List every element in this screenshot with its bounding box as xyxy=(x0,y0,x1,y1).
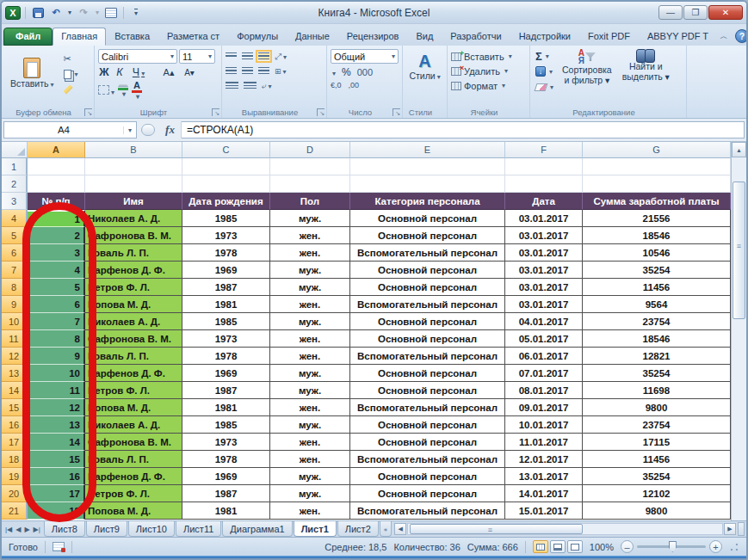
page-layout-view-button[interactable] xyxy=(550,540,566,553)
cell-F13[interactable]: 07.01.2017 xyxy=(505,365,583,382)
decrease-indent-button[interactable] xyxy=(226,82,238,89)
grow-font-button[interactable]: А▴ xyxy=(160,67,177,78)
sheet-nav-2[interactable]: ▶ xyxy=(23,526,30,533)
cell-A15[interactable]: 12 xyxy=(28,399,85,416)
cell-G19[interactable]: 35254 xyxy=(583,468,731,485)
excel-logo-icon[interactable]: X xyxy=(5,6,21,20)
cell-E11[interactable]: Основной персонал xyxy=(350,330,505,348)
table-header-cell[interactable]: Категория персонала xyxy=(350,193,505,210)
cell-A1[interactable] xyxy=(28,158,85,175)
cell-B8[interactable]: Петров Ф. Л. xyxy=(85,279,182,296)
cell-A5[interactable]: 2 xyxy=(28,227,85,244)
cell-D9[interactable]: жен. xyxy=(270,296,350,313)
font-name-combo[interactable]: Calibri xyxy=(98,49,177,64)
clipboard-dialog-launcher[interactable]: ↘ xyxy=(84,108,92,116)
cell-F4[interactable]: 03.01.2017 xyxy=(505,210,583,227)
delete-cells-button[interactable]: ×Удалить xyxy=(451,64,526,78)
cell-B14[interactable]: Петров Ф. Л. xyxy=(85,382,182,399)
cell-A19[interactable]: 16 xyxy=(28,468,85,485)
cell-A16[interactable]: 13 xyxy=(28,416,85,434)
cell-A4[interactable]: 1 xyxy=(28,210,85,227)
cell-E21[interactable]: Вспомогательный персонал xyxy=(350,502,505,520)
cell-G10[interactable]: 23754 xyxy=(583,313,731,330)
resize-grip[interactable] xyxy=(729,542,739,552)
autosum-button[interactable]: Σ xyxy=(534,49,555,63)
cell-F9[interactable]: 03.01.2017 xyxy=(505,296,583,313)
cell-G4[interactable]: 21556 xyxy=(583,210,731,227)
bold-button[interactable]: Ж xyxy=(98,66,110,78)
cell-E18[interactable]: Вспомогательный персонал xyxy=(350,451,505,468)
align-right-button[interactable] xyxy=(258,67,269,75)
column-header-E[interactable]: E xyxy=(350,142,505,158)
normal-view-button[interactable] xyxy=(533,540,548,553)
cell-F16[interactable]: 10.01.2017 xyxy=(505,416,583,434)
cell-F5[interactable]: 03.01.2017 xyxy=(505,227,583,244)
italic-button[interactable]: К xyxy=(114,66,126,78)
format-painter-button[interactable] xyxy=(62,83,80,96)
cell-A12[interactable]: 9 xyxy=(28,348,85,365)
cell-C6[interactable]: 1978 xyxy=(182,244,270,262)
cell-E1[interactable] xyxy=(350,158,505,175)
record-macro-icon[interactable] xyxy=(53,542,65,551)
cell-C21[interactable]: 1981 xyxy=(182,502,270,520)
align-bottom-button[interactable] xyxy=(258,52,269,60)
number-format-combo[interactable]: Общий xyxy=(331,49,399,64)
cell-F17[interactable]: 11.01.2017 xyxy=(505,434,583,451)
zoom-out-button[interactable]: – xyxy=(621,540,634,553)
row-header-10[interactable]: 10 xyxy=(2,313,28,330)
undo-button[interactable]: ↶ xyxy=(48,5,64,20)
cell-F20[interactable]: 14.01.2017 xyxy=(505,485,583,502)
zoom-in-button[interactable]: + xyxy=(709,540,722,553)
cell-D14[interactable]: муж. xyxy=(270,382,350,399)
cell-A14[interactable]: 11 xyxy=(28,382,85,399)
horizontal-scroll-track[interactable] xyxy=(407,523,723,535)
cell-C10[interactable]: 1985 xyxy=(182,313,270,330)
cell-C5[interactable]: 1973 xyxy=(182,227,270,244)
find-select-button[interactable]: Найти и выделить ▾ xyxy=(619,49,673,105)
row-header-16[interactable]: 16 xyxy=(2,416,28,434)
minimize-button[interactable]: — xyxy=(658,5,683,20)
cell-D17[interactable]: жен. xyxy=(270,434,350,451)
cell-C1[interactable] xyxy=(182,158,270,175)
sheet-tab-лист2[interactable]: Лист2 xyxy=(337,521,379,537)
alignment-dialog-launcher[interactable]: ↘ xyxy=(317,108,325,116)
scroll-left-button[interactable]: ◀ xyxy=(394,523,406,535)
cell-E20[interactable]: Основной персонал xyxy=(350,485,505,502)
underline-button[interactable]: Ч xyxy=(129,66,148,78)
cell-B17[interactable]: Сафронова В. М. xyxy=(85,434,182,451)
cell-D20[interactable]: муж. xyxy=(270,485,350,502)
cell-A8[interactable]: 5 xyxy=(28,279,85,296)
cell-C15[interactable]: 1981 xyxy=(182,399,270,416)
cell-F1[interactable] xyxy=(505,158,583,175)
cell-E14[interactable]: Основной персонал xyxy=(350,382,505,399)
zoom-level[interactable]: 100% xyxy=(590,542,614,552)
cell-D21[interactable]: жен. xyxy=(270,502,350,520)
sheet-tab-лист8[interactable]: Лист8 xyxy=(44,521,85,537)
cell-F2[interactable] xyxy=(505,175,583,193)
cell-B16[interactable]: Николаев А. Д. xyxy=(85,416,182,434)
cell-G18[interactable]: 11456 xyxy=(583,451,731,468)
table-header-cell[interactable]: Дата рождения xyxy=(182,193,270,210)
cell-E4[interactable]: Основной персонал xyxy=(350,210,505,227)
align-top-button[interactable] xyxy=(226,52,237,60)
scroll-up-button[interactable]: ▲ xyxy=(732,142,746,157)
format-cells-button[interactable]: Формат xyxy=(451,78,526,93)
cell-F8[interactable]: 03.01.2017 xyxy=(505,279,583,296)
cell-C13[interactable]: 1969 xyxy=(182,365,270,382)
orientation-button[interactable]: ⤢ xyxy=(275,52,287,62)
decrease-decimal-button[interactable]: ,00 xyxy=(349,81,360,89)
cell-F19[interactable]: 13.01.2017 xyxy=(505,468,583,485)
cell-A6[interactable]: 3 xyxy=(28,244,85,262)
cell-D18[interactable]: жен. xyxy=(270,451,350,468)
name-box-dropdown[interactable]: ▾ xyxy=(123,126,136,134)
ribbon-tab-файл[interactable]: Файл xyxy=(3,28,53,46)
row-header-8[interactable]: 8 xyxy=(2,279,28,296)
percent-style-button[interactable]: % xyxy=(342,66,351,78)
column-header-D[interactable]: D xyxy=(270,142,350,158)
ribbon-tab-разработчи[interactable]: Разработчи xyxy=(442,28,510,46)
borders-button[interactable] xyxy=(98,85,114,97)
cell-D1[interactable] xyxy=(270,158,350,175)
ribbon-tab-рецензиров[interactable]: Рецензиров xyxy=(338,28,408,46)
cell-F21[interactable]: 15.01.2017 xyxy=(505,502,583,520)
cell-B13[interactable]: Парфенов Д. Ф. xyxy=(85,365,182,382)
